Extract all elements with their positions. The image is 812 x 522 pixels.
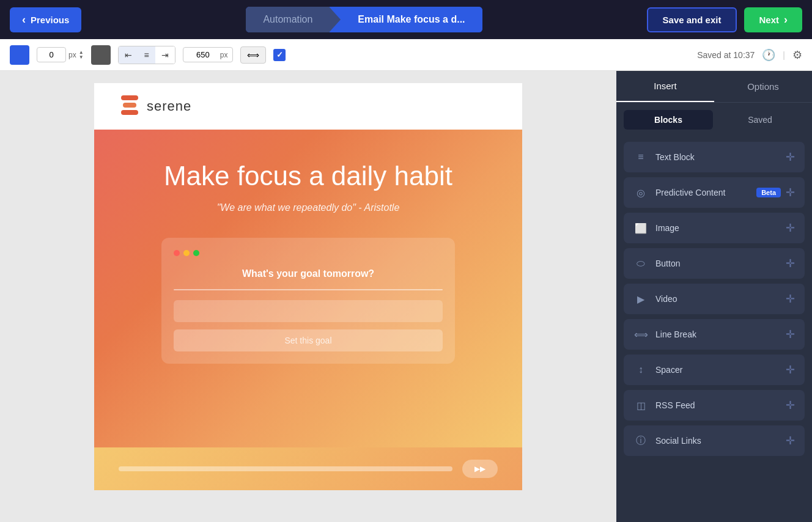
sub-tab-saved[interactable]: Saved <box>715 110 805 130</box>
rss-feed-add-button[interactable]: ✛ <box>786 399 795 412</box>
app-button: Set this goal <box>174 329 443 351</box>
video-label: Video <box>655 294 786 304</box>
rss-feed-label: RSS Feed <box>655 400 786 410</box>
nav-left: Previous <box>10 7 81 32</box>
top-nav: Previous Automation Email Make focus a d… <box>0 0 812 39</box>
tab-insert[interactable]: Insert <box>616 71 714 102</box>
dot-green <box>193 250 199 256</box>
app-divider <box>174 289 443 290</box>
spacer-icon: ↕ <box>633 364 648 375</box>
panel-tabs: Insert Options <box>616 71 812 103</box>
settings-button[interactable]: ⚙ <box>792 48 802 62</box>
canvas-area[interactable]: serene Make focus a daily habit "We are … <box>0 71 616 522</box>
line-break-icon: ⟺ <box>633 329 648 340</box>
app-window-dots <box>174 250 443 256</box>
save-and-exit-button[interactable]: Save and exit <box>647 7 737 32</box>
image-icon: ⬜ <box>633 222 648 234</box>
rss-feed-icon: ◫ <box>633 400 648 411</box>
video-icon: ▶ <box>633 293 648 305</box>
padding-spinner: ▲ ▼ <box>79 50 84 60</box>
width-input[interactable] <box>188 50 218 59</box>
logo-text: serene <box>147 98 191 114</box>
history-button[interactable]: 🕐 <box>762 48 775 62</box>
breadcrumb-arrow <box>330 7 341 32</box>
image-add-button[interactable]: ✛ <box>786 221 795 235</box>
dot-red <box>174 250 180 256</box>
block-item-social-links[interactable]: ⓘ Social Links ✛ <box>624 425 805 456</box>
breadcrumb: Automation Email Make focus a d... <box>246 7 482 32</box>
block-item-button[interactable]: ⬭ Button ✛ <box>624 248 805 279</box>
social-links-add-button[interactable]: ✛ <box>786 434 795 447</box>
width-unit-label: px <box>220 51 228 59</box>
text-block-label: Text Block <box>655 152 786 162</box>
email-footer-bar: ▶▶ <box>94 447 522 490</box>
toolbar: px ▲ ▼ ⇤ ≡ ⇥ px ⟺ Saved at 10:37 🕐 | ⚙ <box>0 39 812 71</box>
tab-options[interactable]: Options <box>714 71 812 102</box>
spacer-label: Spacer <box>655 365 786 375</box>
divider: | <box>783 50 785 60</box>
hero-subtitle: "We are what we repeatedly do" - Aristot… <box>119 202 498 213</box>
panel-sub-tabs: Blocks Saved <box>616 103 812 137</box>
email-hero: Make focus a daily habit "We are what we… <box>94 130 522 447</box>
padding-input-group: px ▲ ▼ <box>37 47 84 62</box>
hero-title: Make focus a daily habit <box>119 160 498 193</box>
align-left-button[interactable]: ⇤ <box>119 46 138 64</box>
button-label: Button <box>655 259 786 268</box>
padding-input[interactable] <box>37 47 66 62</box>
logo-bar2 <box>123 103 136 108</box>
logo-icon <box>119 95 141 117</box>
logo-area: serene <box>119 95 191 117</box>
predictive-content-icon: ◎ <box>633 187 648 199</box>
blocks-list: ≡ Text Block ✛ ◎ Predictive Content Beta… <box>616 137 812 522</box>
toolbar-right: Saved at 10:37 🕐 | ⚙ <box>697 48 802 62</box>
sub-tab-blocks[interactable]: Blocks <box>624 110 713 130</box>
next-button[interactable]: Next <box>744 7 802 32</box>
block-item-image[interactable]: ⬜ Image ✛ <box>624 213 805 243</box>
spacer-add-button[interactable]: ✛ <box>786 363 795 377</box>
block-item-text-block[interactable]: ≡ Text Block ✛ <box>624 142 805 172</box>
nav-center: Automation Email Make focus a d... <box>246 7 482 32</box>
email-container: serene Make focus a daily habit "We are … <box>94 83 522 490</box>
predictive-content-add-button[interactable]: ✛ <box>786 186 795 199</box>
line-break-add-button[interactable]: ✛ <box>786 328 795 341</box>
app-window: What's your goal tomorrow? Set this goal <box>161 238 455 364</box>
align-center-button[interactable]: ≡ <box>138 46 155 64</box>
spinner-down[interactable]: ▼ <box>79 55 84 60</box>
social-links-label: Social Links <box>655 436 786 446</box>
main-layout: serene Make focus a daily habit "We are … <box>0 71 812 522</box>
align-right-button[interactable]: ⇥ <box>155 46 175 64</box>
block-item-rss-feed[interactable]: ◫ RSS Feed ✛ <box>624 390 805 421</box>
nav-right: Save and exit Next <box>647 7 802 32</box>
responsive-checkbox[interactable] <box>273 49 286 61</box>
color-swatch-blue[interactable] <box>10 45 29 65</box>
predictive-content-badge: Beta <box>756 188 781 197</box>
expand-button[interactable]: ⟺ <box>240 46 266 64</box>
app-input <box>174 300 443 322</box>
block-item-line-break[interactable]: ⟺ Line Break ✛ <box>624 319 805 350</box>
social-links-icon: ⓘ <box>633 435 648 447</box>
line-break-label: Line Break <box>655 329 786 339</box>
block-item-spacer[interactable]: ↕ Spacer ✛ <box>624 355 805 385</box>
saved-status: Saved at 10:37 <box>697 50 755 60</box>
button-add-button[interactable]: ✛ <box>786 257 795 270</box>
footer-btn: ▶▶ <box>462 460 498 478</box>
logo-bar3 <box>121 110 138 115</box>
video-add-button[interactable]: ✛ <box>786 292 795 306</box>
footer-progress <box>119 466 452 471</box>
app-question: What's your goal tomorrow? <box>174 268 443 279</box>
block-item-video[interactable]: ▶ Video ✛ <box>624 284 805 314</box>
image-label: Image <box>655 223 786 233</box>
text-block-add-button[interactable]: ✛ <box>786 150 795 164</box>
previous-button[interactable]: Previous <box>10 7 81 32</box>
predictive-content-label: Predictive Content <box>655 188 756 197</box>
block-item-predictive-content[interactable]: ◎ Predictive Content Beta ✛ <box>624 177 805 208</box>
right-panel: Insert Options Blocks Saved ≡ Text Block… <box>616 71 812 522</box>
logo-bar1 <box>121 95 138 100</box>
padding-unit-label: px <box>68 51 76 59</box>
width-input-group: px <box>183 47 234 62</box>
button-icon: ⬭ <box>633 258 648 269</box>
text-block-icon: ≡ <box>633 152 648 163</box>
color-swatch-gray[interactable] <box>91 45 111 65</box>
breadcrumb-automation[interactable]: Automation <box>246 7 330 32</box>
breadcrumb-current: Email Make focus a d... <box>341 7 482 32</box>
